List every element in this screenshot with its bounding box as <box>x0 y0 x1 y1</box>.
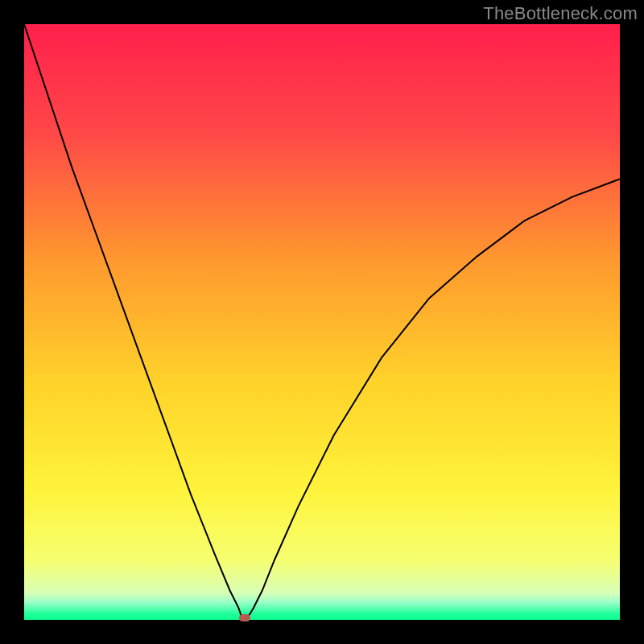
min-marker <box>239 614 250 621</box>
bottleneck-curve <box>24 24 620 620</box>
chart-frame: TheBottleneck.com <box>0 0 644 644</box>
watermark-text: TheBottleneck.com <box>483 3 638 24</box>
